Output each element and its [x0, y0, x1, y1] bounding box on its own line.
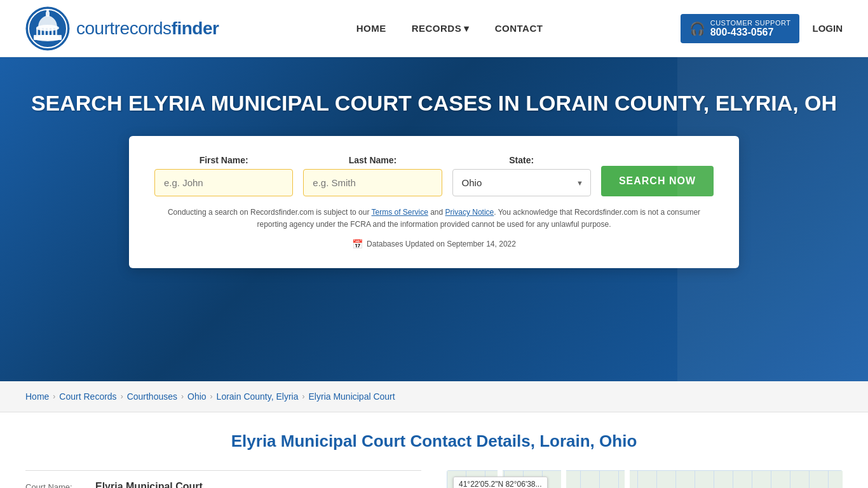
search-box: First Name: Last Name: State: Ohio SEARC… [129, 136, 739, 268]
chevron-down-icon: ▾ [464, 23, 470, 34]
breadcrumb: Home › Court Records › Courthouses › Ohi… [0, 381, 868, 412]
lastname-field-group: Last Name: [303, 155, 442, 196]
hero-title: SEARCH ELYRIA MUNICIPAL COURT CASES IN L… [13, 89, 855, 117]
breadcrumb-court-records[interactable]: Court Records [59, 391, 116, 402]
map-area: 41°22'05.2"N 82°06'38... View larger map… [447, 470, 843, 488]
firstname-label: First Name: [154, 155, 293, 165]
hero-section: SEARCH ELYRIA MUNICIPAL COURT CASES IN L… [0, 57, 868, 381]
firstname-input[interactable] [154, 169, 293, 196]
state-wrapper: Ohio [452, 169, 591, 196]
login-button[interactable]: LOGIN [812, 23, 843, 34]
nav-home[interactable]: HOME [356, 23, 386, 34]
site-header: courtrecordsfinder HOME RECORDS ▾ CONTAC… [0, 0, 868, 57]
breadcrumb-lorain[interactable]: Lorain County, Elyria [217, 391, 299, 402]
support-label: CUSTOMER SUPPORT [710, 19, 791, 27]
nav-records[interactable]: RECORDS ▾ [412, 23, 470, 34]
search-button[interactable]: SEARCH NOW [601, 166, 714, 196]
section-title: Elyria Municipal Court Contact Details, … [25, 431, 843, 451]
support-box[interactable]: 🎧 CUSTOMER SUPPORT 800-433-0567 [681, 14, 800, 43]
lastname-input[interactable] [303, 169, 442, 196]
court-name-row: Court Name: Elyria Municipal Court [25, 471, 421, 488]
logo-icon [25, 6, 70, 51]
main-nav: HOME RECORDS ▾ CONTACT [356, 23, 543, 34]
logo[interactable]: courtrecordsfinder [25, 6, 219, 51]
lastname-label: Last Name: [303, 155, 442, 165]
svg-rect-11 [46, 11, 50, 17]
court-name-label: Court Name: [25, 482, 89, 489]
state-field-group: State: Ohio [452, 155, 591, 196]
breadcrumb-ohio[interactable]: Ohio [187, 391, 207, 402]
breadcrumb-sep-2: › [121, 392, 123, 401]
state-select[interactable]: Ohio [452, 169, 591, 196]
header-right: 🎧 CUSTOMER SUPPORT 800-433-0567 LOGIN [681, 14, 843, 43]
privacy-link[interactable]: Privacy Notice [445, 208, 494, 217]
support-number: 800-433-0567 [710, 27, 791, 38]
map-coords-label[interactable]: 41°22'05.2"N 82°06'38... View larger map [453, 477, 548, 488]
breadcrumb-sep-1: › [53, 392, 55, 401]
state-label: State: [452, 155, 591, 165]
search-fields: First Name: Last Name: State: Ohio SEARC… [154, 155, 714, 196]
nav-contact[interactable]: CONTACT [495, 23, 543, 34]
logo-text: courtrecordsfinder [76, 18, 219, 39]
map-placeholder: 41°22'05.2"N 82°06'38... View larger map… [447, 470, 843, 488]
details-table: Court Name: Elyria Municipal Court State… [25, 470, 421, 488]
breadcrumb-sep-5: › [302, 392, 305, 401]
firstname-field-group: First Name: [154, 155, 293, 196]
content-grid: Court Name: Elyria Municipal Court State… [25, 470, 843, 488]
svg-rect-12 [46, 9, 49, 12]
disclaimer-text: Conducting a search on Recordsfinder.com… [154, 207, 714, 231]
headphone-icon: 🎧 [689, 21, 705, 36]
breadcrumb-sep-3: › [181, 392, 184, 401]
db-updated: 📅 Databases Updated on September 14, 202… [154, 239, 714, 249]
calendar-icon: 📅 [352, 239, 363, 249]
terms-link[interactable]: Terms of Service [372, 208, 428, 217]
content-section: Elyria Municipal Court Contact Details, … [0, 412, 868, 488]
breadcrumb-sep-4: › [210, 392, 213, 401]
map-road-v3 [625, 470, 630, 488]
court-name-value: Elyria Municipal Court [95, 481, 203, 488]
breadcrumb-courthouses[interactable]: Courthouses [127, 391, 177, 402]
breadcrumb-home[interactable]: Home [25, 391, 49, 402]
svg-rect-3 [34, 35, 62, 40]
map-road-v2 [561, 470, 566, 488]
breadcrumb-current: Elyria Municipal Court [309, 391, 395, 402]
support-info: CUSTOMER SUPPORT 800-433-0567 [710, 19, 791, 38]
